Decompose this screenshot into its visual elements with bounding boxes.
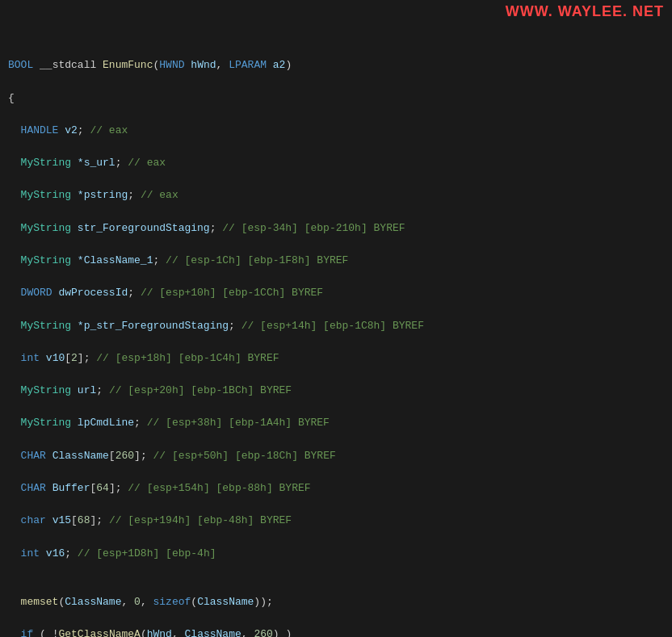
code-line: MyString url; // [esp+20h] [ebp-1BCh] BY… (8, 383, 664, 399)
code-line: MyString *ClassName_1; // [esp-1Ch] [ebp… (8, 253, 664, 269)
code-line: CHAR ClassName[260]; // [esp+50h] [ebp-1… (8, 448, 664, 464)
code-line: { (8, 90, 664, 107)
code-line: DWORD dwProcessId; // [esp+10h] [ebp-1CC… (8, 285, 664, 301)
code-line: HANDLE v2; // eax (8, 123, 664, 139)
code-line: CHAR Buffer[64]; // [esp+154h] [ebp-88h]… (8, 480, 664, 497)
code-line: char v15[68]; // [esp+194h] [ebp-48h] BY… (8, 513, 664, 529)
code-line: MyString str_ForegroundStaging; // [esp-… (8, 220, 664, 237)
header-bar: WWW. WAYLEE. NET (0, 0, 672, 23)
code-line: MyString *pstring; // eax (8, 187, 664, 203)
code-line: MyString *p_str_ForegroundStaging; // [e… (8, 318, 664, 334)
code-line: MyString lpCmdLine; // [esp+38h] [ebp-1A… (8, 415, 664, 431)
code-area: BOOL __stdcall EnumFunc(HWND hWnd, LPARA… (0, 23, 672, 637)
watermark: WWW. WAYLEE. NET (506, 3, 664, 20)
code-line: BOOL __stdcall EnumFunc(HWND hWnd, LPARA… (8, 57, 664, 73)
code-line: int v16; // [esp+1D8h] [ebp-4h] (8, 546, 664, 562)
code-line: memset(ClassName, 0, sizeof(ClassName)); (8, 594, 664, 610)
code-line: if ( !GetClassNameA(hWnd, ClassName, 260… (8, 627, 664, 637)
code-line: int v10[2]; // [esp+18h] [ebp-1C4h] BYRE… (8, 350, 664, 367)
main-container: WWW. WAYLEE. NET BOOL __stdcall EnumFunc… (0, 0, 672, 637)
code-line: MyString *s_url; // eax (8, 155, 664, 171)
